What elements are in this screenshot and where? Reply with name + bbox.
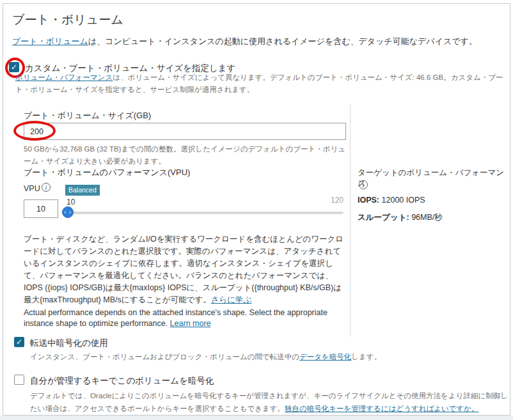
volume-performance-note: ボリューム・パフォーマンスは、ボリューム・サイズによって異なります。デフォルトの…	[15, 72, 508, 96]
panel-description-text: は、コンピュート・インスタンスの起動に使用されるイメージを含む、デタッチ可能なデ…	[88, 36, 477, 46]
performance-description-jp: ブート・ディスクなど、ランダムI/Oを実行するワークロードを含むほとんどのワーク…	[24, 233, 349, 306]
encrypt-data-link[interactable]: データを暗号化	[299, 353, 351, 361]
panel-description: ブート・ボリュームは、コンピュート・インスタンスの起動に使用されるイメージを含む…	[12, 36, 477, 47]
own-key-encryption-label: 自分が管理するキーでこのボリュームを暗号化	[30, 375, 214, 387]
learn-more-jp-link[interactable]: さらに学ぶ	[211, 295, 252, 304]
performance-section-label: ブート・ボリュームのパフォーマンス(VPU)	[24, 167, 190, 178]
learn-more-en-link[interactable]: Learn more	[170, 319, 211, 328]
volume-performance-link[interactable]: ボリューム・パフォーマンス	[15, 74, 113, 81]
throughput-label: スループット:	[358, 213, 409, 222]
target-iops-row: IOPS: 12000 IOPS	[358, 196, 425, 205]
check-icon: ✓	[11, 63, 17, 71]
performance-description-block: ブート・ディスクなど、ランダムI/Oを実行するワークロードを含むほとんどのワーク…	[24, 233, 349, 329]
boot-volume-size-label: ブート・ボリューム・サイズ(GB)	[24, 110, 151, 121]
custom-size-checkbox[interactable]: ✓	[9, 62, 19, 72]
slider-min-label: 10	[67, 198, 75, 206]
vpu-label: VPU	[24, 184, 40, 193]
balanced-badge: Balanced	[65, 185, 100, 196]
slider-handle-icon: ‹ ›	[64, 209, 72, 215]
column-divider	[350, 105, 351, 336]
boot-volume-size-input[interactable]	[24, 123, 346, 140]
boot-volume-link[interactable]: ブート・ボリューム	[12, 36, 88, 46]
own-key-encryption-checkbox[interactable]	[14, 375, 24, 385]
own-key-encryption-note: デフォルトでは、Oracleによりこのボリュームを暗号化するキーが管理されますが…	[30, 389, 510, 415]
check-icon: ✓	[16, 338, 22, 346]
vpu-slider-track[interactable]	[62, 212, 343, 214]
vpu-info-icon[interactable]: i	[42, 183, 51, 192]
throughput-value: 96MB/秒	[411, 213, 443, 222]
manage-own-key-link[interactable]: 独自の暗号化キーを管理するにはどうすればよいですか。	[285, 405, 479, 412]
iops-value: 12000 IOPS	[382, 196, 425, 205]
transit-encryption-label: 転送中暗号化の使用	[30, 338, 108, 349]
vpu-slider-thumb[interactable]: ‹ ›	[62, 206, 74, 218]
slider-max-label: 120	[308, 196, 343, 205]
transit-encryption-checkbox[interactable]: ✓	[14, 337, 24, 347]
performance-description-en: Actual performance depends on the attach…	[24, 307, 349, 329]
bottom-strip	[0, 416, 513, 420]
target-performance-title: ターゲットのボリューム・パフォーマンス	[358, 167, 511, 189]
page-title: ブート・ボリューム	[12, 12, 123, 28]
boot-volume-size-help: 50 GBから32,768 GB (32 TB)までの間の整数。選択したイメージ…	[24, 143, 349, 167]
transit-encryption-note: インスタンス、ブート・ボリュームおよびブロック・ボリュームの間で転送中のデータを…	[30, 352, 478, 362]
target-throughput-row: スループット: 96MB/秒	[358, 212, 443, 223]
boot-volume-panel: ブート・ボリューム ブート・ボリュームは、コンピュート・インスタンスの起動に使用…	[3, 3, 510, 416]
iops-label: IOPS:	[358, 196, 379, 205]
target-performance-info-icon[interactable]: i	[359, 180, 368, 189]
vpu-value-input[interactable]	[24, 199, 58, 218]
